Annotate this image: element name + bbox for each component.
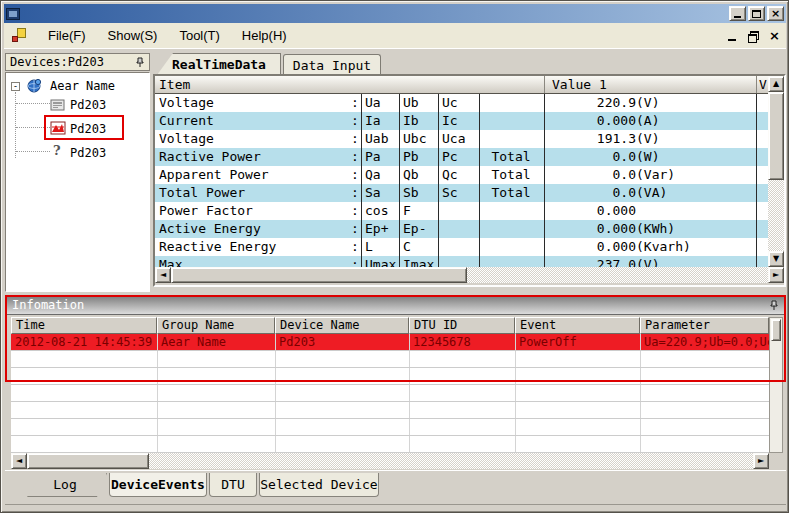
total-label: Total: [479, 184, 543, 202]
pin-icon[interactable]: [769, 300, 779, 311]
realtime-row[interactable]: Reactive Energy:LC0.000(Kvarh): [155, 238, 768, 256]
phase-a-label: Ep+: [365, 220, 388, 238]
event-row-empty[interactable]: [11, 402, 769, 419]
scroll-right-button[interactable]: ►: [753, 453, 769, 469]
column-header-value1[interactable]: Value 1: [552, 76, 607, 93]
information-vertical-scrollbar[interactable]: [769, 317, 783, 453]
realtime-horizontal-scrollbar[interactable]: ◄ ►: [155, 267, 784, 283]
phase-b-label: Pb: [403, 148, 419, 166]
mdi-restore-icon[interactable]: [748, 31, 757, 40]
column-header-value2[interactable]: V: [759, 76, 767, 93]
event-row[interactable]: 2012-08-21 14:45:39Aear NamePd2031234567…: [11, 334, 769, 351]
tab-dtu[interactable]: DTU: [209, 473, 257, 497]
tree-device-item[interactable]: Pd203: [70, 98, 106, 112]
realtime-vertical-scrollbar[interactable]: ▲ ▼: [768, 76, 784, 267]
realtime-row[interactable]: Voltage:UaUbUc220.9(V): [155, 94, 768, 112]
event-column-header[interactable]: Device Name: [275, 317, 409, 334]
scroll-right-button[interactable]: ►: [768, 267, 784, 283]
event-column-header[interactable]: Parameter: [640, 317, 769, 334]
scroll-up-button[interactable]: ▲: [768, 76, 784, 92]
tree-connector: [16, 151, 50, 152]
event-column-header[interactable]: DTU ID: [409, 317, 515, 334]
meter-icon: [50, 97, 66, 116]
title-bar[interactable]: ×: [4, 4, 786, 23]
item-label: Voltage: [159, 94, 214, 112]
event-column-header[interactable]: Event: [515, 317, 640, 334]
phase-a-label: Ua: [365, 94, 381, 112]
column-header-item[interactable]: Item: [159, 76, 190, 93]
phase-b-label: Sb: [403, 184, 419, 202]
scroll-down-button[interactable]: ▼: [768, 251, 784, 267]
value-number: 0.000: [545, 238, 636, 256]
scrollbar-thumb[interactable]: [171, 267, 467, 283]
value-unit: (V): [636, 256, 659, 267]
phase-a-label: L: [365, 238, 373, 256]
realtime-row[interactable]: Power Factor:cosF0.000: [155, 202, 768, 220]
event-row-empty[interactable]: [11, 419, 769, 436]
realtime-row[interactable]: Max:UmaxImax237.0(V): [155, 256, 768, 267]
realtime-row[interactable]: Current:IaIbIc0.000(A): [155, 112, 768, 130]
value-unit: (Kvarh): [636, 238, 691, 256]
item-label: Reactive Energy: [159, 238, 276, 256]
tree-expand-toggle[interactable]: -: [11, 82, 20, 91]
phase-b-label: Ib: [403, 112, 419, 130]
phase-a-label: Uab: [365, 130, 388, 148]
phase-a-label: Qa: [365, 166, 381, 184]
realtime-row[interactable]: Voltage:UabUbcUca191.3(V): [155, 130, 768, 148]
event-column-header[interactable]: Group Name: [157, 317, 275, 334]
scrollbar-thumb[interactable]: [771, 319, 781, 341]
realtime-table-header: Item Value 1 V: [155, 76, 768, 94]
scrollbar-thumb[interactable]: [27, 453, 149, 469]
tab-device-events[interactable]: DeviceEvents: [109, 473, 207, 497]
maximize-button[interactable]: [748, 6, 765, 21]
event-row-empty[interactable]: [11, 368, 769, 385]
close-button[interactable]: ×: [767, 6, 784, 21]
menu-show[interactable]: Show(S): [97, 24, 169, 47]
mdi-minimize-icon[interactable]: [728, 39, 736, 41]
information-horizontal-scrollbar[interactable]: ◄ ►: [11, 453, 769, 469]
value-unit: (W): [636, 148, 659, 166]
item-label: Max: [159, 256, 182, 267]
pin-icon[interactable]: [135, 57, 145, 68]
phase-b-label: Ubc: [403, 130, 426, 148]
close-icon: ×: [771, 8, 780, 19]
minimize-button[interactable]: [729, 6, 746, 21]
mdi-child-icon[interactable]: [12, 28, 27, 43]
globe-icon: [26, 78, 43, 97]
realtime-row[interactable]: Apparent Power:QaQbQcTotal0.0(Var): [155, 166, 768, 184]
tab-selected-device[interactable]: Selected Device: [259, 473, 379, 497]
event-cell-event: PowerOff: [515, 334, 640, 351]
event-column-header[interactable]: Time: [11, 317, 157, 334]
tab-realtimedata[interactable]: RealTimeData: [157, 53, 281, 75]
realtime-row[interactable]: Ractive Power:PaPbPcTotal0.0(W): [155, 148, 768, 166]
value-unit: (VA): [636, 184, 667, 202]
event-row-empty[interactable]: [11, 385, 769, 402]
menu-help[interactable]: Help(H): [231, 24, 298, 47]
menu-file[interactable]: File(F): [37, 24, 97, 47]
value-unit: (KWh): [636, 220, 675, 238]
realtime-row[interactable]: Active Energy:Ep+Ep-0.000(KWh): [155, 220, 768, 238]
event-row-empty[interactable]: [11, 436, 769, 453]
minimize-icon: [734, 16, 741, 18]
event-cell-group_name: Aear Name: [157, 334, 275, 351]
tree-root-item[interactable]: Aear Name: [50, 79, 115, 93]
value-number: 0.0: [545, 184, 636, 202]
devices-panel-title: Devices:Pd203: [10, 55, 104, 69]
tab-log[interactable]: Log: [23, 473, 107, 497]
menu-tool[interactable]: Tool(T): [168, 24, 230, 47]
tree-device-item-alarm[interactable]: Pd203: [70, 122, 106, 136]
item-colon: :: [351, 256, 359, 267]
scroll-left-button[interactable]: ◄: [155, 267, 171, 283]
main-tab-strip: RealTimeData Data Input: [153, 53, 786, 75]
value-unit: (Var): [636, 166, 675, 184]
tree-device-item-unknown[interactable]: Pd203: [70, 146, 106, 160]
phase-a-label: Sa: [365, 184, 381, 202]
scrollbar-thumb[interactable]: [768, 92, 784, 180]
realtime-row[interactable]: Total Power:SaSbScTotal0.0(VA): [155, 184, 768, 202]
event-table: TimeGroup NameDevice NameDTU IDEventPara…: [11, 317, 769, 453]
event-row-empty[interactable]: [11, 351, 769, 368]
scroll-left-button[interactable]: ◄: [11, 453, 27, 469]
item-label: Active Energy: [159, 220, 261, 238]
mdi-close-icon[interactable]: ×: [769, 29, 780, 42]
tab-data-input[interactable]: Data Input: [283, 54, 381, 75]
